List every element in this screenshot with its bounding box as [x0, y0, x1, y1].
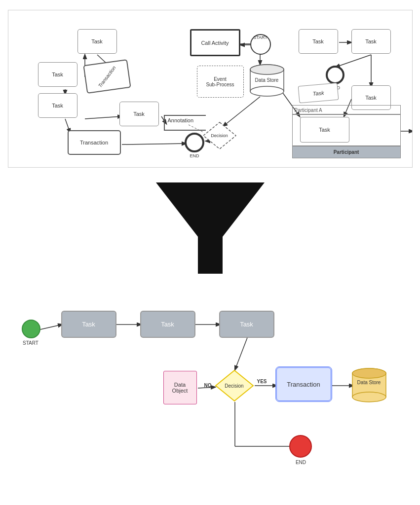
task-1: Task	[77, 29, 117, 54]
transaction-2: Transaction	[68, 130, 121, 155]
funnel-container	[8, 173, 413, 281]
pool-area: Task	[292, 114, 401, 146]
svg-line-14	[336, 55, 371, 67]
task-4: Task	[119, 102, 159, 126]
task-2-bottom: Task	[140, 311, 195, 338]
participant-bar: Participant	[292, 146, 401, 158]
end-label-bottom: END	[286, 460, 316, 465]
svg-marker-25	[156, 182, 265, 274]
bottom-diagram: START Task Task Task DataObject Decision…	[8, 291, 413, 478]
task-6: Task	[351, 29, 391, 54]
top-diagram: Task Task Task Task Transaction Transact…	[8, 10, 413, 168]
start-event-bottom	[22, 320, 40, 338]
data-object: DataObject	[163, 371, 197, 404]
svg-line-26	[40, 325, 62, 329]
end-event-bottom	[289, 435, 312, 458]
data-store-top: Data Store	[249, 64, 285, 97]
end-label-top: END	[186, 153, 203, 158]
no-label: NO	[204, 383, 212, 388]
task-2: Task	[38, 62, 77, 87]
task-3-bottom: Task	[219, 311, 274, 338]
call-activity: Call Activity	[190, 29, 240, 56]
lane-task: Task	[300, 117, 349, 143]
end-event-2	[326, 66, 344, 84]
annotation: Annotation	[164, 115, 206, 131]
event-subprocess: EventSub-Process	[197, 66, 244, 98]
yes-label: YES	[257, 379, 267, 384]
decision-bottom: Decision	[214, 369, 255, 402]
task-italic: Task	[298, 83, 339, 104]
svg-point-39	[352, 368, 386, 378]
svg-point-23	[250, 65, 284, 74]
svg-point-22	[250, 86, 284, 96]
svg-point-38	[352, 392, 386, 402]
svg-line-6	[122, 144, 186, 144]
start-label-bottom: START	[15, 340, 47, 346]
end-event-top	[185, 133, 204, 152]
data-store-bottom: Data Store	[351, 367, 387, 403]
task-1-bottom: Task	[61, 311, 116, 338]
transaction-1: Transaction	[83, 59, 131, 94]
svg-line-3	[85, 116, 122, 119]
svg-line-29	[235, 338, 247, 370]
funnel-svg	[141, 178, 279, 276]
transaction-bottom: Transaction	[275, 366, 332, 402]
task-3: Task	[38, 93, 77, 118]
task-5: Task	[299, 29, 338, 54]
decision-top: Decision	[202, 121, 237, 150]
participant-a-label: Participant A	[292, 105, 401, 115]
main-container: Task Task Task Task Transaction Transact…	[0, 0, 420, 488]
start-label-top: START	[251, 35, 270, 40]
